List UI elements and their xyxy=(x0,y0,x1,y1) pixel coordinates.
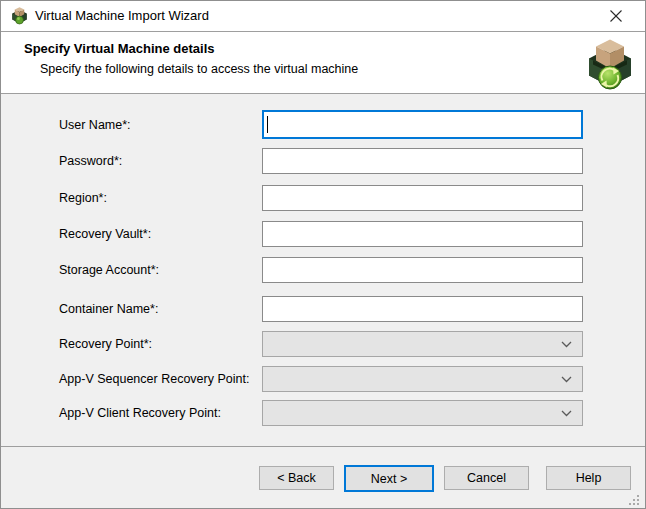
wizard-header: Specify Virtual Machine details Specify … xyxy=(1,32,645,94)
field-label: Container Name*: xyxy=(59,296,158,322)
field-label: Recovery Vault*: xyxy=(59,221,151,247)
chevron-down-icon xyxy=(561,410,572,417)
password-input[interactable] xyxy=(262,148,583,174)
button-bar: < Back Next > Cancel Help xyxy=(1,447,645,508)
close-x-icon xyxy=(609,9,623,23)
page-subtitle: Specify the following details to access … xyxy=(40,62,358,76)
back-button[interactable]: < Back xyxy=(259,466,334,490)
form-row: Recovery Point*: xyxy=(1,331,645,357)
chevron-down-icon xyxy=(561,376,572,383)
form-row: Storage Account*: xyxy=(1,257,645,283)
container-name-input[interactable] xyxy=(262,296,583,322)
form-row: Region*: xyxy=(1,185,645,211)
region-input[interactable] xyxy=(262,185,583,211)
page-title: Specify Virtual Machine details xyxy=(24,41,215,56)
form-row: User Name*: xyxy=(1,110,645,139)
appv-client-recovery-point-dropdown[interactable] xyxy=(262,400,583,426)
user-name-input[interactable] xyxy=(262,110,583,139)
field-label: App-V Client Recovery Point: xyxy=(59,400,221,426)
title-bar[interactable]: Virtual Machine Import Wizard xyxy=(1,1,645,32)
next-button[interactable]: Next > xyxy=(344,465,434,492)
recovery-vault-input[interactable] xyxy=(262,221,583,247)
form-row: Password*: xyxy=(1,148,645,174)
resize-grip[interactable] xyxy=(629,493,641,505)
form-row: Container Name*: xyxy=(1,296,645,322)
vm-import-cube-icon xyxy=(588,39,632,92)
field-label: User Name*: xyxy=(59,110,131,139)
cancel-button[interactable]: Cancel xyxy=(444,466,529,490)
form-row: App-V Client Recovery Point: xyxy=(1,400,645,426)
wizard-window: Virtual Machine Import Wizard Specify Vi… xyxy=(0,0,646,509)
field-label: Region*: xyxy=(59,185,107,211)
storage-account-input[interactable] xyxy=(262,257,583,283)
form-row: Recovery Vault*: xyxy=(1,221,645,247)
field-label: Recovery Point*: xyxy=(59,331,152,357)
field-label: Password*: xyxy=(59,148,122,174)
text-caret xyxy=(267,116,268,133)
appv-sequencer-recovery-point-dropdown[interactable] xyxy=(262,366,583,392)
app-cube-icon xyxy=(12,7,27,25)
chevron-down-icon xyxy=(561,341,572,348)
form-area: User Name*:Password*:Region*:Recovery Va… xyxy=(1,94,645,447)
field-label: Storage Account*: xyxy=(59,257,159,283)
recovery-point-dropdown[interactable] xyxy=(262,331,583,357)
form-row: App-V Sequencer Recovery Point: xyxy=(1,366,645,392)
close-button[interactable] xyxy=(595,1,637,31)
field-label: App-V Sequencer Recovery Point: xyxy=(59,366,249,392)
window-title: Virtual Machine Import Wizard xyxy=(35,1,209,31)
help-button[interactable]: Help xyxy=(546,466,631,490)
